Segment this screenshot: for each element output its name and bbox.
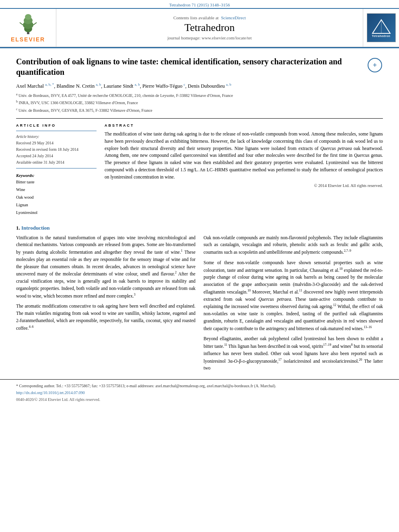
introduction-section: 1. Introduction Vinification is the natu… <box>0 225 399 375</box>
contents-text: Contents lists available at <box>173 15 219 20</box>
article-title-section: Contribution of oak lignans to wine tast… <box>16 56 383 77</box>
contents-available-line: Contents lists available at ScienceDirec… <box>173 15 246 20</box>
intro-columns: Vinification is the natural transformati… <box>16 234 383 375</box>
article-info-column: ARTICLE INFO Article history: Received 2… <box>16 123 97 217</box>
journal-title: Tetrahedron <box>184 22 234 34</box>
tet-logo-title: Tetrahedron <box>372 35 391 37</box>
journal-header: ELSEVIER Contents lists available at Sci… <box>0 8 399 47</box>
received-date: Received 29 May 2014 <box>16 140 97 146</box>
received-revised-date: Received in revised form 18 July 2014 <box>16 146 97 153</box>
keyword-1: Bitter taste <box>16 179 97 186</box>
authors-line: Axel Marchal a, b, *, Blandine N. Cretin… <box>16 82 383 90</box>
article-info-abstract-section: ARTICLE INFO Article history: Received 2… <box>16 123 383 217</box>
keyword-5: Lyoniresinol <box>16 209 97 217</box>
article-history-box: Article history: Received 29 May 2014 Re… <box>16 131 97 168</box>
svg-line-5 <box>20 23 23 25</box>
article-main: Contribution of oak lignans to wine tast… <box>0 48 399 221</box>
keywords-section: Keywords: Bitter taste Wine Oak wood Lig… <box>16 173 97 216</box>
intro-right-col: Oak non-volatile compounds are mainly no… <box>204 234 383 375</box>
corresponding-author-note: * Corresponding author. Tel.: +33 557575… <box>16 383 383 389</box>
elsevier-brand-text: ELSEVIER <box>11 36 45 43</box>
affiliation-a: a Univ. de Bordeaux, ISVV, EA 4577, Unit… <box>16 92 383 99</box>
article-history-label: Article history: <box>16 134 97 140</box>
issn-line: 0040-4020/© 2014 Elsevier Ltd. All right… <box>0 396 399 403</box>
intro-para-5: Beyond ellagitanins, another oak polyphe… <box>204 335 383 372</box>
journal-ref-text: Tetrahedron 71 (2015) 3148–3156 <box>169 2 230 7</box>
intro-para-2: The aromatic modifications consecutive t… <box>16 303 195 332</box>
keyword-2: Wine <box>16 186 97 194</box>
tetrahedron-icon <box>371 18 391 35</box>
keyword-4: Lignan <box>16 201 97 209</box>
sciencedirect-link[interactable]: ScienceDirect <box>221 15 246 20</box>
abstract-header: ABSTRACT <box>105 123 383 127</box>
svg-line-6 <box>33 23 37 25</box>
crossmark-badge <box>368 58 382 72</box>
intro-para-1: Vinification is the natural transformati… <box>16 234 195 300</box>
crossmark-badge-section <box>367 56 383 72</box>
intro-para-3: Oak non-volatile compounds are mainly no… <box>204 234 383 256</box>
intro-left-col: Vinification is the natural transformati… <box>16 234 195 375</box>
tetrahedron-logo-section: Tetrahedron <box>363 9 399 47</box>
affiliation-b: b INRA, ISVV, USC 1366 OENOLOGIE, 33882 … <box>16 99 383 106</box>
intro-para-4: Some of these non-volatile compounds hav… <box>204 259 383 332</box>
separator-1 <box>16 118 383 119</box>
accepted-date: Accepted 24 July 2014 <box>16 153 97 159</box>
footnotes-section: * Corresponding author. Tel.: +33 557575… <box>0 379 399 389</box>
affiliation-c: c Univ. de Bordeaux, ISVV, GESVAB, EA 36… <box>16 107 383 113</box>
journal-title-section: Contents lists available at ScienceDirec… <box>56 9 363 47</box>
keyword-3: Oak wood <box>16 194 97 201</box>
doi-line[interactable]: http://dx.doi.org/10.1016/j.tet.2014.07.… <box>0 389 399 396</box>
abstract-column: ABSTRACT The modification of wine taste … <box>105 123 383 217</box>
svg-point-4 <box>25 14 31 20</box>
journal-homepage: journal homepage: www.elsevier.com/locat… <box>167 35 251 40</box>
elsevier-logo-section: ELSEVIER <box>0 9 56 47</box>
intro-heading: Introduction <box>21 225 50 231</box>
article-title: Contribution of oak lignans to wine tast… <box>16 56 361 77</box>
keywords-label: Keywords: <box>16 173 97 178</box>
article-info-header: ARTICLE INFO <box>16 123 97 127</box>
abstract-text: The modification of wine taste during oa… <box>105 131 383 181</box>
elsevier-tree-icon <box>14 13 42 35</box>
available-online-date: Available online 31 July 2014 <box>16 159 97 166</box>
elsevier-logo: ELSEVIER <box>11 13 45 43</box>
intro-number: 1. <box>16 225 21 231</box>
journal-reference: Tetrahedron 71 (2015) 3148–3156 <box>0 0 399 8</box>
tetrahedron-logo-box: Tetrahedron <box>367 13 396 42</box>
copyright-line: © 2014 Elsevier Ltd. All rights reserved… <box>105 183 383 188</box>
